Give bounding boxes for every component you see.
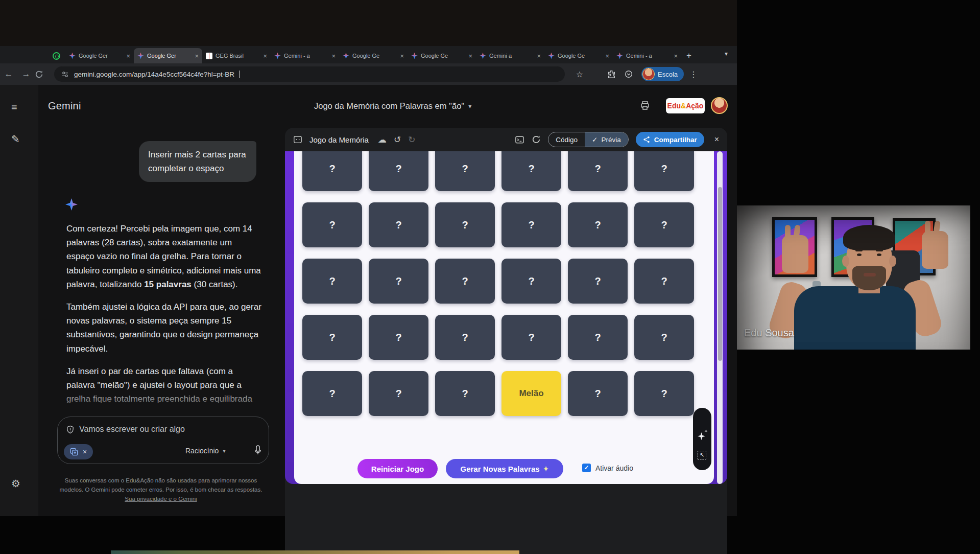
- tab-close-icon[interactable]: ×: [468, 53, 472, 59]
- restart-game-button[interactable]: Reiniciar Jogo: [357, 459, 438, 478]
- browser-tab[interactable]: Google Ger ×: [65, 48, 134, 63]
- memory-card[interactable]: ?: [634, 259, 694, 304]
- browser-profile-chip[interactable]: Escola: [641, 67, 684, 81]
- chevron-down-icon: ▾: [468, 103, 471, 110]
- console-icon[interactable]: [515, 135, 524, 145]
- extensions-puzzle-icon[interactable]: [607, 70, 622, 79]
- undo-icon[interactable]: ↺: [394, 134, 401, 145]
- browser-tab-active[interactable]: Google Ger ×: [134, 48, 202, 63]
- refresh-preview-icon[interactable]: [532, 135, 541, 144]
- tab-close-icon[interactable]: ×: [605, 53, 609, 59]
- tab-close-icon[interactable]: ×: [331, 53, 336, 59]
- settings-gear-icon[interactable]: ⚙: [11, 477, 20, 490]
- memory-card[interactable]: ?: [568, 151, 628, 191]
- memory-card[interactable]: ?: [435, 315, 495, 360]
- screen: Google Ger × Google Ger × GEG Brasil × G…: [0, 0, 980, 554]
- memory-card[interactable]: ?: [369, 151, 428, 191]
- memory-card[interactable]: ?: [369, 259, 428, 304]
- gemini-favicon-icon: [548, 53, 555, 59]
- person-beard: [852, 266, 886, 290]
- print-icon[interactable]: [639, 100, 651, 111]
- share-button[interactable]: Compartilhar: [636, 132, 704, 147]
- tab-list-chevron-icon[interactable]: ▾: [725, 50, 728, 57]
- memory-card[interactable]: ?: [369, 371, 428, 416]
- menu-hamburger-icon[interactable]: ≡: [11, 101, 17, 113]
- memory-card[interactable]: ?: [501, 202, 561, 247]
- memory-card[interactable]: ?: [302, 315, 362, 360]
- generate-words-button[interactable]: Gerar Novas Palavras ✦: [446, 459, 563, 478]
- select-element-icon[interactable]: ↖: [698, 451, 706, 459]
- person: [857, 253, 862, 256]
- memory-card[interactable]: ?: [435, 259, 495, 304]
- memory-card[interactable]: ?: [568, 259, 628, 304]
- tab-close-icon[interactable]: ×: [126, 53, 130, 59]
- browser-menu-icon[interactable]: ⋮: [686, 70, 701, 79]
- browser-tab[interactable]: Gemini - a ×: [271, 48, 339, 63]
- memory-card[interactable]: ?: [501, 259, 561, 304]
- new-tab-button[interactable]: +: [686, 48, 691, 63]
- site-settings-icon[interactable]: [61, 71, 69, 78]
- bookmark-star-icon[interactable]: ☆: [572, 70, 587, 79]
- memory-card[interactable]: ?: [634, 371, 694, 416]
- remove-tool-icon[interactable]: ×: [83, 448, 87, 456]
- browser-tab[interactable]: Gemini a ×: [476, 48, 544, 63]
- address-bar[interactable]: gemini.google.com/app/14a4e5ccf564c4fe?h…: [54, 66, 565, 82]
- tab-close-icon[interactable]: ×: [195, 53, 199, 59]
- pinned-tab-whatsapp[interactable]: [47, 48, 65, 63]
- privacy-link[interactable]: Sua privacidade e o Gemini: [125, 496, 197, 502]
- memory-card[interactable]: ?: [435, 371, 495, 416]
- sparkle-icon: ✦: [543, 465, 549, 473]
- memory-card-revealed[interactable]: Melão: [501, 371, 561, 416]
- browser-tab[interactable]: GEG Brasil ×: [202, 48, 271, 63]
- memory-card[interactable]: ?: [634, 202, 694, 247]
- person-arm: [900, 277, 944, 339]
- browser-tab[interactable]: Gemini - a ×: [613, 48, 681, 63]
- redo-icon[interactable]: ↻: [408, 134, 415, 145]
- memory-card[interactable]: ?: [501, 315, 561, 360]
- back-button[interactable]: ←: [0, 69, 17, 79]
- tab-close-icon[interactable]: ×: [263, 53, 267, 59]
- gemini-favicon-icon: [616, 53, 623, 59]
- memory-card[interactable]: ?: [435, 151, 495, 191]
- memory-card[interactable]: ?: [568, 371, 628, 416]
- audio-checkbox[interactable]: ✓: [582, 464, 591, 472]
- canvas-tool-chip[interactable]: ×: [64, 444, 93, 459]
- new-chat-icon[interactable]: ✎: [11, 133, 20, 145]
- memory-card[interactable]: ?: [634, 315, 694, 360]
- memory-card[interactable]: ?: [369, 315, 428, 360]
- memory-card[interactable]: ?: [435, 202, 495, 247]
- microphone-icon[interactable]: [253, 445, 263, 456]
- memory-card[interactable]: ?: [302, 371, 362, 416]
- edit-sparkle-icon[interactable]: [698, 432, 705, 440]
- memory-card[interactable]: ?: [568, 202, 628, 247]
- memory-card[interactable]: ?: [501, 151, 561, 191]
- memory-card[interactable]: ?: [302, 151, 362, 191]
- canvas-panel: Jogo da Memória ☁ ↺ ↻ Código: [285, 128, 727, 554]
- toggle-preview[interactable]: ✓ Prévia: [585, 132, 628, 147]
- toggle-code[interactable]: Código: [548, 132, 585, 147]
- close-canvas-icon[interactable]: ×: [714, 135, 719, 144]
- memory-card[interactable]: ?: [369, 202, 428, 247]
- tab-search-icon[interactable]: [624, 70, 639, 79]
- forward-button[interactable]: →: [17, 69, 35, 79]
- scrollbar-thumb[interactable]: [718, 187, 722, 361]
- memory-card[interactable]: ?: [302, 259, 362, 304]
- preview-scrollbar[interactable]: [717, 151, 723, 484]
- model-mode-select[interactable]: Raciocínio ▾: [185, 447, 225, 455]
- reload-button[interactable]: [35, 70, 52, 79]
- browser-tab[interactable]: Google Ge ×: [544, 48, 613, 63]
- prompt-input[interactable]: Vamos escrever ou criar algo × Raciocíni…: [57, 417, 269, 464]
- figurine: [890, 280, 903, 297]
- conversation-title-dropdown[interactable]: Jogo da Memória com Palavras em "ão" ▾: [314, 101, 471, 111]
- memory-card[interactable]: ?: [568, 315, 628, 360]
- memory-card[interactable]: ?: [302, 202, 362, 247]
- profile-avatar: [642, 68, 655, 80]
- tab-close-icon[interactable]: ×: [400, 53, 404, 59]
- tab-close-icon[interactable]: ×: [674, 53, 678, 59]
- person-arm: [767, 279, 810, 341]
- account-avatar[interactable]: [711, 97, 728, 114]
- browser-tab[interactable]: Google Ge ×: [408, 48, 476, 63]
- tab-close-icon[interactable]: ×: [537, 53, 541, 59]
- browser-tab[interactable]: Google Ge ×: [339, 48, 408, 63]
- memory-card[interactable]: ?: [634, 151, 694, 191]
